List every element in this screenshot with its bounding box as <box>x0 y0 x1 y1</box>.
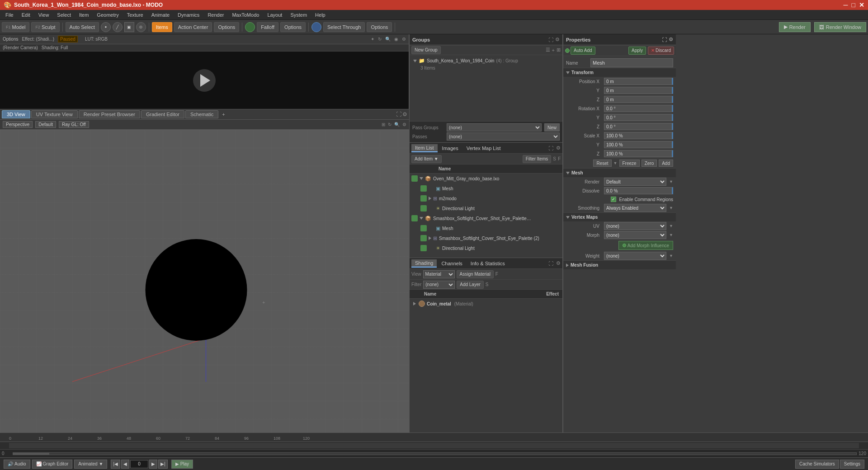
weight-select[interactable]: (none) <box>604 252 666 260</box>
group-item-row[interactable]: 📁 South_Korea_1_Won_1984_Coin (4) : Grou… <box>411 57 561 65</box>
viewport-canvas[interactable]: Mesh Channels: 0 Deformers: ON GL: 2,816… <box>0 130 409 470</box>
close-button[interactable]: ✕ <box>859 1 864 9</box>
menu-animate[interactable]: Animate <box>148 11 173 19</box>
pos-x-input[interactable] <box>604 78 673 85</box>
vp-icon-settings[interactable]: ⚙ <box>402 122 406 127</box>
item-row-7[interactable]: ☀ Directional Light <box>410 243 562 253</box>
rot-x-input[interactable] <box>604 105 673 112</box>
through-options-button[interactable]: Options <box>367 22 392 32</box>
shading-settings-icon[interactable]: ⚙ <box>556 260 561 266</box>
f1-model-button[interactable]: F1 Model <box>2 22 29 32</box>
discard-button[interactable]: ✕ Discard <box>648 47 674 55</box>
groups-icon-3[interactable]: ⊞ <box>557 47 561 53</box>
tab-channels[interactable]: Channels <box>438 260 466 267</box>
edge-mode-button[interactable]: ╱ <box>113 22 123 32</box>
shading-view-select[interactable]: Material <box>423 270 455 278</box>
expand-2[interactable] <box>429 197 431 200</box>
falloff-button[interactable]: Falloff <box>257 22 278 32</box>
item-row-5[interactable]: ▣ Mesh <box>410 223 562 233</box>
expand-0[interactable] <box>420 177 423 180</box>
shading-expand-icon[interactable]: ⛶ <box>548 261 553 266</box>
next-frame-button[interactable]: ▶ <box>149 460 157 469</box>
material-row-0[interactable]: Coin_metal (Material) <box>410 299 562 309</box>
pass-groups-new-button[interactable]: New <box>544 123 560 132</box>
falloff-options-button[interactable]: Options <box>280 22 306 32</box>
audio-button[interactable]: 🔊 Audio <box>4 460 30 469</box>
groups-settings-icon[interactable]: ⚙ <box>555 37 560 42</box>
maximize-button[interactable]: □ <box>852 1 855 9</box>
scale-y-input[interactable] <box>604 141 673 148</box>
items-button[interactable]: Items <box>152 22 172 32</box>
reset-button[interactable]: Reset <box>593 160 611 167</box>
item-row-0[interactable]: 📦 Oven_Mitt_Gray_modo_base.lxo <box>410 174 562 183</box>
add-button[interactable]: Add <box>659 160 673 167</box>
menu-render[interactable]: Render <box>204 11 227 19</box>
add-view-tab-button[interactable]: + <box>219 111 227 118</box>
play-transport-button[interactable]: ▶ Play <box>171 460 193 469</box>
menu-item[interactable]: Item <box>75 11 92 19</box>
tab-render-preset[interactable]: Render Preset Browser <box>79 110 140 118</box>
tab-images[interactable]: Images <box>439 145 462 152</box>
vertex-mode-button[interactable]: ● <box>101 22 111 32</box>
next-key-button[interactable]: ▶| <box>158 460 168 469</box>
menu-help[interactable]: Help <box>311 11 329 19</box>
play-button[interactable] <box>193 69 216 92</box>
new-group-button[interactable]: New Group <box>411 46 441 54</box>
vp-icon-zoom[interactable]: 🔍 <box>394 122 400 127</box>
expand-4[interactable] <box>420 217 423 220</box>
tab-gradient-editor[interactable]: Gradient Editor <box>141 110 184 118</box>
mat-expand[interactable] <box>413 302 416 306</box>
pass-groups-select[interactable]: (none) <box>447 123 542 132</box>
pos-z-input[interactable] <box>604 96 673 103</box>
add-morph-button[interactable]: Add Morph Influence <box>618 241 673 250</box>
properties-expand-icon[interactable]: ⛶ <box>662 37 667 42</box>
tab-info-stats[interactable]: Info & Statistics <box>467 260 509 267</box>
groups-icon-2[interactable]: + <box>552 47 555 53</box>
title-bar-controls[interactable]: ─ □ ✕ <box>844 1 864 9</box>
rot-z-input[interactable] <box>604 123 673 130</box>
menu-layout[interactable]: Layout <box>264 11 286 19</box>
assign-material-button[interactable]: Assign Material <box>457 270 494 278</box>
render-window-button[interactable]: 🖼 Render Window <box>814 22 866 32</box>
menu-maxtomodo[interactable]: MaxToModo <box>228 11 263 19</box>
tab-item-list[interactable]: Item List <box>411 144 438 152</box>
tab-uv-texture[interactable]: UV Texture View <box>31 110 78 118</box>
timeline-scrollbar-thumb[interactable] <box>13 453 49 455</box>
rot-y-input[interactable] <box>604 114 673 121</box>
item-row-3[interactable]: ☀ Directional Light <box>410 203 562 213</box>
smoothing-select[interactable]: Always Enabled <box>604 204 666 212</box>
item-row-6[interactable]: ⊞ Smashbox_Softlight_Cover_Shot_Eye_Pale… <box>410 233 562 243</box>
groups-expand-icon[interactable]: ⛶ <box>548 37 553 42</box>
minimize-button[interactable]: ─ <box>844 1 848 9</box>
item-list-expand-icon[interactable]: ⛶ <box>548 146 553 151</box>
render-button[interactable]: ▶ Render <box>779 22 811 32</box>
falloff-circle-button[interactable] <box>245 22 255 32</box>
tab-vertex-map-list[interactable]: Vertex Map List <box>463 145 505 152</box>
scale-z-input[interactable] <box>604 150 673 157</box>
pos-y-input[interactable] <box>604 87 673 94</box>
morph-select[interactable]: (none) <box>604 231 666 239</box>
item-row-4[interactable]: 📦 Smashbox_Softlight_Cover_Shot_Eye_Pale… <box>410 213 562 223</box>
menu-geometry[interactable]: Geometry <box>93 11 122 19</box>
properties-settings-icon[interactable]: ⚙ <box>669 37 673 42</box>
freeze-button[interactable]: Freeze <box>619 160 640 167</box>
mesh-fusion-section[interactable]: Mesh Fusion <box>563 260 676 269</box>
apply-button[interactable]: Apply <box>628 47 646 55</box>
item-mode-button[interactable]: ◎ <box>136 22 146 32</box>
auto-select-button[interactable]: Auto Select <box>66 22 99 32</box>
tab-schematic[interactable]: Schematic <box>185 110 218 118</box>
menu-dynamics[interactable]: Dynamics <box>174 11 203 19</box>
polygon-mode-button[interactable]: ▣ <box>124 22 134 32</box>
cache-button[interactable]: Cache Simulators <box>795 460 839 469</box>
vertex-maps-section[interactable]: Vertex Maps <box>563 212 676 221</box>
dissolve-input[interactable] <box>604 187 673 194</box>
action-center-button[interactable]: Action Center <box>174 22 212 32</box>
menu-edit[interactable]: Edit <box>18 11 34 19</box>
menu-view[interactable]: View <box>35 11 53 19</box>
menu-system[interactable]: System <box>287 11 311 19</box>
options-button[interactable]: Options <box>214 22 239 32</box>
menu-select[interactable]: Select <box>53 11 75 19</box>
transform-section[interactable]: Transform <box>563 68 676 77</box>
shading-mode-selector[interactable]: Default <box>35 121 56 128</box>
shading-filter-select[interactable]: (none) <box>423 281 455 289</box>
